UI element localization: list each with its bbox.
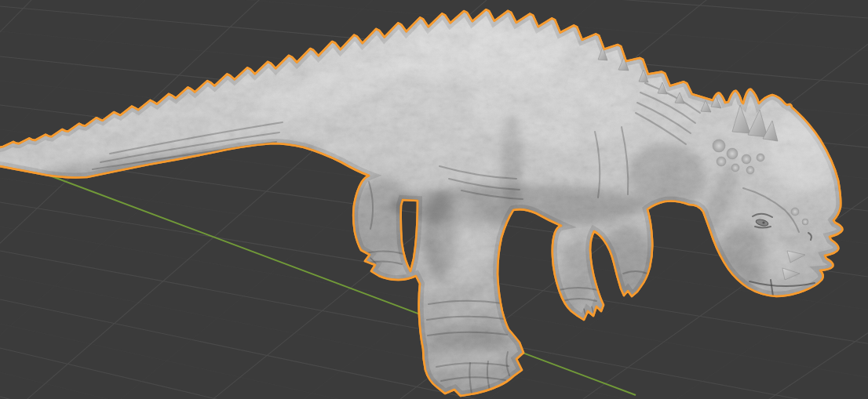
dinosaur-model[interactable] [0,0,868,399]
3d-viewport[interactable] [0,0,868,399]
grid-line [0,0,47,399]
model-shading [0,0,868,399]
model-pupil [762,221,764,223]
scene-canvas [0,0,868,399]
grid-line [0,0,275,399]
grid-line [0,0,161,399]
